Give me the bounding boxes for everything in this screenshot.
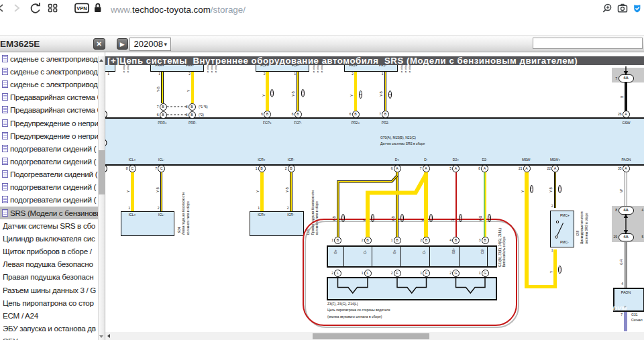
svg-text:VPN: VPN <box>76 5 87 11</box>
